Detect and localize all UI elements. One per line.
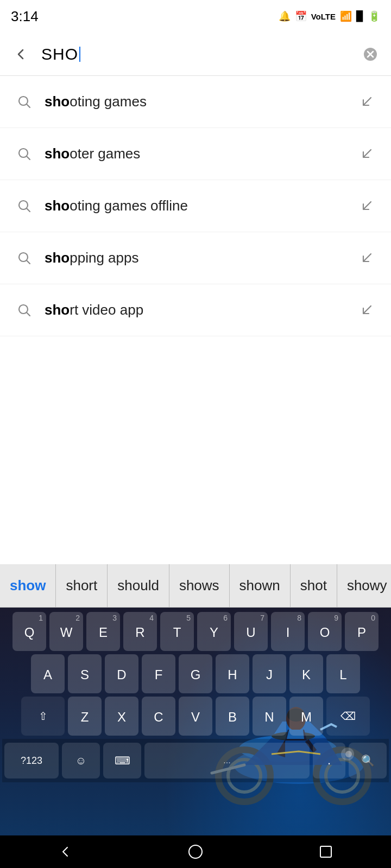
list-item[interactable]: shooting games offline bbox=[0, 180, 391, 232]
key-J[interactable]: J bbox=[253, 654, 286, 693]
volte-icon: VoLTE bbox=[311, 12, 336, 21]
key-U[interactable]: 7U bbox=[234, 612, 268, 651]
key-E[interactable]: 3E bbox=[86, 612, 120, 651]
keyboard-row-3: ⇧ Z X C V B N M ⌫ bbox=[2, 697, 389, 736]
key-P[interactable]: 0P bbox=[345, 612, 379, 651]
alarm-icon: 🔔 bbox=[279, 10, 291, 22]
fill-search-icon[interactable] bbox=[353, 88, 380, 116]
status-icons: 🔔 📅 VoLTE 📶 ▉ 🔋 bbox=[279, 10, 380, 22]
svg-rect-18 bbox=[320, 846, 331, 857]
key-A[interactable]: A bbox=[31, 654, 65, 693]
word-suggestion-should[interactable]: should bbox=[108, 564, 169, 608]
key-M[interactable]: M bbox=[289, 697, 323, 736]
emoji-key[interactable]: ☺ bbox=[62, 743, 100, 778]
word-suggestion-show[interactable]: show bbox=[0, 564, 56, 608]
key-C[interactable]: C bbox=[142, 697, 175, 736]
key-D[interactable]: D bbox=[105, 654, 138, 693]
key-Y[interactable]: 6Y bbox=[197, 612, 231, 651]
battery-icon: 🔋 bbox=[368, 10, 380, 22]
search-icon bbox=[11, 193, 38, 220]
key-G[interactable]: G bbox=[179, 654, 212, 693]
fill-search-icon[interactable] bbox=[353, 141, 380, 168]
suggestions-list: shooting games shooter games bbox=[0, 76, 391, 336]
nav-home-button[interactable] bbox=[179, 841, 212, 863]
word-suggestion-short[interactable]: short bbox=[56, 564, 108, 608]
keyboard-row-2: A S D F G H J K L bbox=[2, 654, 389, 693]
nav-back-button[interactable] bbox=[49, 841, 81, 863]
key-B[interactable]: B bbox=[216, 697, 249, 736]
key-Q[interactable]: 1Q bbox=[12, 612, 46, 651]
word-suggestion-shown[interactable]: shown bbox=[230, 564, 291, 608]
nav-bar bbox=[0, 835, 391, 868]
language-key[interactable]: ⌨ bbox=[103, 743, 141, 778]
list-item[interactable]: short video app bbox=[0, 284, 391, 336]
suggestion-text: shooting games bbox=[38, 93, 353, 110]
period-key[interactable]: . bbox=[313, 743, 345, 778]
suggestion-text: shooter games bbox=[38, 145, 353, 162]
keyboard-bottom-row: ?123 ☺ ⌨ ... . 🔍 bbox=[2, 739, 389, 782]
delete-key[interactable]: ⌫ bbox=[326, 697, 370, 736]
key-T[interactable]: 5T bbox=[160, 612, 194, 651]
list-item[interactable]: shopping apps bbox=[0, 232, 391, 284]
search-input[interactable]: SHO bbox=[41, 45, 350, 63]
shift-key[interactable]: ⇧ bbox=[21, 697, 65, 736]
key-L[interactable]: L bbox=[326, 654, 360, 693]
search-icon bbox=[11, 245, 38, 272]
fill-search-icon[interactable] bbox=[353, 193, 380, 220]
word-suggestions-bar: show short should shows shown shot showy bbox=[0, 564, 391, 608]
calendar-icon: 📅 bbox=[295, 10, 307, 22]
keyboard-row-1: 1Q 2W 3E 4R 5T 6Y 7U 8I 9O 0P bbox=[2, 612, 389, 651]
keyboard-area: show short should shows shown shot showy bbox=[0, 564, 391, 835]
status-bar: 3:14 🔔 📅 VoLTE 📶 ▉ 🔋 bbox=[0, 0, 391, 33]
key-N[interactable]: N bbox=[253, 697, 286, 736]
nav-recents-button[interactable] bbox=[310, 841, 342, 863]
search-icon bbox=[11, 141, 38, 168]
key-O[interactable]: 9O bbox=[308, 612, 342, 651]
wifi-icon: 📶 bbox=[340, 10, 352, 22]
search-icon bbox=[11, 297, 38, 324]
signal-icon: ▉ bbox=[356, 10, 364, 22]
word-suggestion-showy[interactable]: showy bbox=[337, 564, 391, 608]
suggestion-text: shopping apps bbox=[38, 250, 353, 266]
globe-key[interactable]: 🔍 bbox=[349, 743, 387, 778]
word-suggestion-shot[interactable]: shot bbox=[291, 564, 337, 608]
list-item[interactable]: shooting games bbox=[0, 76, 391, 128]
key-V[interactable]: V bbox=[179, 697, 212, 736]
text-cursor bbox=[79, 47, 80, 62]
key-W[interactable]: 2W bbox=[49, 612, 83, 651]
key-Z[interactable]: Z bbox=[68, 697, 102, 736]
space-key[interactable]: ... bbox=[144, 743, 310, 778]
list-item[interactable]: shooter games bbox=[0, 128, 391, 180]
key-K[interactable]: K bbox=[289, 654, 323, 693]
fill-search-icon[interactable] bbox=[353, 297, 380, 324]
word-suggestion-shows[interactable]: shows bbox=[169, 564, 230, 608]
search-icon bbox=[11, 88, 38, 116]
key-S[interactable]: S bbox=[68, 654, 102, 693]
svg-point-17 bbox=[189, 845, 202, 858]
search-bar: SHO bbox=[0, 33, 391, 76]
keyboard-background: 1Q 2W 3E 4R 5T 6Y 7U 8I 9O 0P A S D F G … bbox=[0, 608, 391, 835]
clear-button[interactable] bbox=[358, 42, 382, 66]
search-query: SHO bbox=[41, 45, 78, 63]
key-I[interactable]: 8I bbox=[271, 612, 305, 651]
fill-search-icon[interactable] bbox=[353, 245, 380, 272]
suggestion-text: short video app bbox=[38, 302, 353, 318]
key-R[interactable]: 4R bbox=[123, 612, 157, 651]
key-X[interactable]: X bbox=[105, 697, 138, 736]
numbers-key[interactable]: ?123 bbox=[4, 743, 59, 778]
key-F[interactable]: F bbox=[142, 654, 175, 693]
status-time: 3:14 bbox=[11, 8, 39, 25]
key-H[interactable]: H bbox=[216, 654, 249, 693]
keyboard-rows: 1Q 2W 3E 4R 5T 6Y 7U 8I 9O 0P A S D F G … bbox=[0, 608, 391, 835]
back-button[interactable] bbox=[9, 42, 33, 66]
suggestion-text: shooting games offline bbox=[38, 197, 353, 214]
